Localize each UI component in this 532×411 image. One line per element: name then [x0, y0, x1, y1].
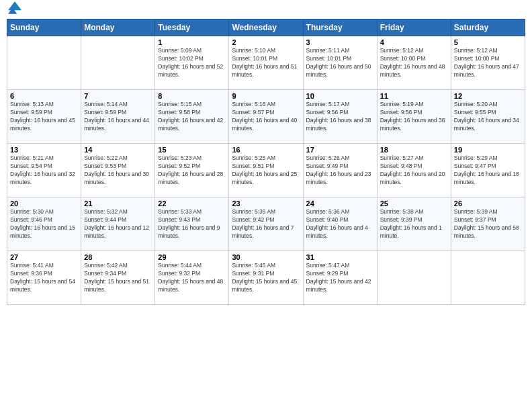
day-info: Sunrise: 5:22 AM Sunset: 9:53 PM Dayligh…	[84, 154, 152, 187]
day-info: Sunrise: 5:12 AM Sunset: 10:00 PM Daylig…	[380, 47, 448, 79]
day-info: Sunrise: 5:32 AM Sunset: 9:44 PM Dayligh…	[84, 208, 152, 240]
calendar-cell: 24Sunrise: 5:36 AM Sunset: 9:40 PM Dayli…	[303, 197, 377, 251]
calendar-cell: 22Sunrise: 5:33 AM Sunset: 9:43 PM Dayli…	[155, 197, 229, 251]
day-info: Sunrise: 5:17 AM Sunset: 9:56 PM Dayligh…	[306, 101, 374, 133]
day-number: 15	[158, 146, 226, 154]
calendar-cell	[81, 36, 155, 90]
day-number: 24	[306, 199, 374, 208]
calendar-cell: 18Sunrise: 5:27 AM Sunset: 9:48 PM Dayli…	[377, 144, 451, 197]
day-number: 1	[158, 38, 226, 46]
day-info: Sunrise: 5:14 AM Sunset: 9:59 PM Dayligh…	[84, 101, 152, 133]
calendar-cell: 29Sunrise: 5:44 AM Sunset: 9:32 PM Dayli…	[155, 251, 229, 305]
calendar-cell: 8Sunrise: 5:15 AM Sunset: 9:58 PM Daylig…	[155, 90, 229, 144]
day-info: Sunrise: 5:26 AM Sunset: 9:49 PM Dayligh…	[306, 154, 374, 187]
day-number: 8	[158, 92, 226, 100]
weekday-header-tuesday: Tuesday	[155, 19, 229, 36]
calendar-cell: 4Sunrise: 5:12 AM Sunset: 10:00 PM Dayli…	[377, 36, 451, 90]
weekday-header-saturday: Saturday	[451, 19, 525, 36]
calendar-cell: 12Sunrise: 5:20 AM Sunset: 9:55 PM Dayli…	[451, 90, 525, 144]
calendar-cell: 13Sunrise: 5:21 AM Sunset: 9:54 PM Dayli…	[7, 144, 81, 197]
day-number: 18	[380, 146, 448, 154]
calendar-cell: 21Sunrise: 5:32 AM Sunset: 9:44 PM Dayli…	[81, 197, 155, 251]
logo	[7, 7, 21, 15]
header	[7, 7, 525, 15]
day-number: 30	[232, 253, 300, 261]
day-info: Sunrise: 5:39 AM Sunset: 9:37 PM Dayligh…	[454, 208, 522, 240]
day-number: 9	[232, 92, 300, 100]
day-number: 19	[454, 146, 522, 154]
calendar-cell: 30Sunrise: 5:45 AM Sunset: 9:31 PM Dayli…	[229, 251, 303, 305]
calendar-cell: 26Sunrise: 5:39 AM Sunset: 9:37 PM Dayli…	[451, 197, 525, 251]
day-info: Sunrise: 5:42 AM Sunset: 9:34 PM Dayligh…	[84, 262, 152, 294]
calendar-cell: 6Sunrise: 5:13 AM Sunset: 9:59 PM Daylig…	[7, 90, 81, 144]
day-info: Sunrise: 5:27 AM Sunset: 9:48 PM Dayligh…	[380, 154, 448, 187]
weekday-header-monday: Monday	[81, 19, 155, 36]
day-number: 21	[84, 199, 152, 208]
day-number: 28	[84, 253, 152, 261]
calendar-cell: 15Sunrise: 5:23 AM Sunset: 9:52 PM Dayli…	[155, 144, 229, 197]
day-number: 27	[10, 253, 78, 261]
calendar-cell: 2Sunrise: 5:10 AM Sunset: 10:01 PM Dayli…	[229, 36, 303, 90]
weekday-header-friday: Friday	[377, 19, 451, 36]
day-info: Sunrise: 5:29 AM Sunset: 9:47 PM Dayligh…	[454, 154, 522, 187]
day-info: Sunrise: 5:12 AM Sunset: 10:00 PM Daylig…	[454, 47, 522, 79]
day-number: 25	[380, 199, 448, 208]
weekday-header-thursday: Thursday	[303, 19, 377, 36]
day-info: Sunrise: 5:16 AM Sunset: 9:57 PM Dayligh…	[232, 101, 300, 133]
day-info: Sunrise: 5:20 AM Sunset: 9:55 PM Dayligh…	[454, 101, 522, 133]
calendar-cell: 14Sunrise: 5:22 AM Sunset: 9:53 PM Dayli…	[81, 144, 155, 197]
day-number: 23	[232, 199, 300, 208]
calendar-cell: 27Sunrise: 5:41 AM Sunset: 9:36 PM Dayli…	[7, 251, 81, 305]
svg-marker-0	[8, 1, 21, 10]
calendar-cell: 1Sunrise: 5:09 AM Sunset: 10:02 PM Dayli…	[155, 36, 229, 90]
page: SundayMondayTuesdayWednesdayThursdayFrid…	[0, 0, 532, 411]
calendar-cell: 3Sunrise: 5:11 AM Sunset: 10:01 PM Dayli…	[303, 36, 377, 90]
day-number: 5	[454, 38, 522, 46]
day-number: 22	[158, 199, 226, 208]
day-number: 10	[306, 92, 374, 100]
day-info: Sunrise: 5:19 AM Sunset: 9:56 PM Dayligh…	[380, 101, 448, 133]
calendar-cell: 10Sunrise: 5:17 AM Sunset: 9:56 PM Dayli…	[303, 90, 377, 144]
day-number: 20	[10, 199, 78, 208]
calendar-cell	[377, 251, 451, 305]
calendar-cell: 28Sunrise: 5:42 AM Sunset: 9:34 PM Dayli…	[81, 251, 155, 305]
weekday-header-sunday: Sunday	[7, 19, 81, 36]
calendar-cell: 31Sunrise: 5:47 AM Sunset: 9:29 PM Dayli…	[303, 251, 377, 305]
day-number: 16	[232, 146, 300, 154]
day-info: Sunrise: 5:21 AM Sunset: 9:54 PM Dayligh…	[10, 154, 78, 187]
day-number: 6	[10, 92, 78, 100]
calendar-cell: 25Sunrise: 5:38 AM Sunset: 9:39 PM Dayli…	[377, 197, 451, 251]
day-info: Sunrise: 5:25 AM Sunset: 9:51 PM Dayligh…	[232, 154, 300, 187]
day-number: 31	[306, 253, 374, 261]
day-info: Sunrise: 5:41 AM Sunset: 9:36 PM Dayligh…	[10, 262, 78, 294]
day-number: 29	[158, 253, 226, 261]
day-number: 17	[306, 146, 374, 154]
day-info: Sunrise: 5:11 AM Sunset: 10:01 PM Daylig…	[306, 47, 374, 79]
day-number: 3	[306, 38, 374, 46]
week-row-3: 13Sunrise: 5:21 AM Sunset: 9:54 PM Dayli…	[7, 144, 525, 197]
day-number: 11	[380, 92, 448, 100]
calendar-cell: 9Sunrise: 5:16 AM Sunset: 9:57 PM Daylig…	[229, 90, 303, 144]
day-info: Sunrise: 5:30 AM Sunset: 9:46 PM Dayligh…	[10, 208, 78, 240]
calendar-cell: 20Sunrise: 5:30 AM Sunset: 9:46 PM Dayli…	[7, 197, 81, 251]
day-info: Sunrise: 5:23 AM Sunset: 9:52 PM Dayligh…	[158, 154, 226, 187]
week-row-4: 20Sunrise: 5:30 AM Sunset: 9:46 PM Dayli…	[7, 197, 525, 251]
day-info: Sunrise: 5:13 AM Sunset: 9:59 PM Dayligh…	[10, 101, 78, 133]
day-info: Sunrise: 5:47 AM Sunset: 9:29 PM Dayligh…	[306, 262, 374, 294]
day-number: 26	[454, 199, 522, 208]
week-row-1: 1Sunrise: 5:09 AM Sunset: 10:02 PM Dayli…	[7, 36, 525, 90]
calendar-cell: 16Sunrise: 5:25 AM Sunset: 9:51 PM Dayli…	[229, 144, 303, 197]
weekday-header-wednesday: Wednesday	[229, 19, 303, 36]
day-info: Sunrise: 5:45 AM Sunset: 9:31 PM Dayligh…	[232, 262, 300, 294]
calendar-cell: 7Sunrise: 5:14 AM Sunset: 9:59 PM Daylig…	[81, 90, 155, 144]
day-number: 13	[10, 146, 78, 154]
day-number: 12	[454, 92, 522, 100]
week-row-2: 6Sunrise: 5:13 AM Sunset: 9:59 PM Daylig…	[7, 90, 525, 144]
calendar-table: SundayMondayTuesdayWednesdayThursdayFrid…	[7, 19, 525, 305]
calendar-cell: 23Sunrise: 5:35 AM Sunset: 9:42 PM Dayli…	[229, 197, 303, 251]
day-number: 4	[380, 38, 448, 46]
calendar-cell: 19Sunrise: 5:29 AM Sunset: 9:47 PM Dayli…	[451, 144, 525, 197]
calendar-body: 1Sunrise: 5:09 AM Sunset: 10:02 PM Dayli…	[7, 36, 525, 305]
day-info: Sunrise: 5:10 AM Sunset: 10:01 PM Daylig…	[232, 47, 300, 79]
day-info: Sunrise: 5:33 AM Sunset: 9:43 PM Dayligh…	[158, 208, 226, 240]
